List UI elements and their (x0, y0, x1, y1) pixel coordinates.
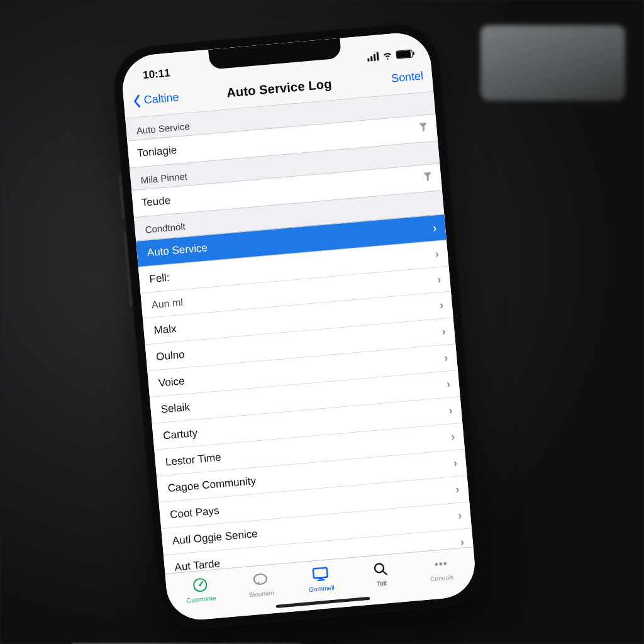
filter-icon (423, 171, 433, 185)
content-scroll[interactable]: Auto Service Tonlagie Mila Pinnet Teude … (125, 92, 473, 574)
list-item-label: Autl Oggie Senice (172, 527, 258, 547)
nav-action-button[interactable]: Sontel (379, 69, 424, 86)
chevron-right-icon: › (446, 377, 451, 391)
chevron-right-icon: › (457, 509, 462, 523)
chevron-right-icon: › (453, 457, 458, 470)
wifi-icon (382, 50, 392, 60)
list-item-label: Fell: (149, 271, 170, 286)
list-item-label: Cartuty (162, 426, 197, 442)
search-icon (371, 560, 390, 579)
list-item-label: Aun ml (151, 296, 183, 310)
chevron-right-icon: › (450, 430, 455, 443)
tab-label: Cuomonte (186, 594, 216, 604)
phone-screen: 10:11 Caltine Auto Service Log Sontel Au… (120, 30, 478, 622)
field-value: Teude (141, 194, 171, 209)
svg-rect-3 (313, 568, 328, 579)
list-item-label: Malx (153, 323, 177, 337)
list-item-label: Coot Pays (169, 504, 219, 521)
svg-rect-4 (319, 577, 323, 580)
list-item-label: Oulno (155, 348, 185, 364)
tab-label: Conools (430, 574, 454, 582)
more-icon (431, 555, 450, 574)
chevron-right-icon: › (455, 483, 460, 496)
service-list: Auto Service›Fell:›Aun ml›Malx›Oulno›Voi… (136, 214, 473, 574)
chevron-right-icon: › (443, 352, 448, 365)
tab-item[interactable]: Gommell (289, 563, 352, 594)
chevron-right-icon: › (441, 325, 447, 338)
monitor-icon (311, 565, 330, 584)
status-indicators (367, 48, 413, 62)
field-value: Tonlagie (136, 144, 177, 160)
list-item-label: Lestor Time (165, 451, 221, 469)
tab-label: Gommell (309, 584, 335, 594)
svg-point-2 (253, 574, 267, 585)
tab-item[interactable]: Slounien (230, 569, 292, 600)
chevron-right-icon: › (448, 404, 453, 417)
battery-icon (396, 49, 413, 58)
chevron-left-icon (132, 94, 142, 108)
tab-label: Slounien (249, 589, 275, 598)
svg-point-8 (439, 562, 442, 565)
list-item-label: Selaik (160, 401, 191, 416)
phone-device: 10:11 Caltine Auto Service Log Sontel Au… (110, 21, 487, 632)
chevron-right-icon: › (435, 247, 440, 260)
filter-icon (418, 121, 428, 135)
cellular-signal-icon (367, 52, 379, 62)
chevron-right-icon: › (436, 273, 441, 286)
chat-icon (251, 570, 270, 589)
chevron-right-icon: › (439, 299, 444, 312)
tab-item[interactable]: Conools (410, 553, 472, 584)
svg-point-7 (435, 563, 438, 566)
back-label: Caltine (143, 91, 180, 107)
list-item-label: Auto Service (147, 242, 208, 259)
gauge-icon (191, 575, 209, 594)
chevron-right-icon: › (432, 221, 437, 235)
list-item-label: Cagoe Community (167, 474, 257, 494)
tab-item[interactable]: Tolt (350, 558, 412, 589)
back-button[interactable]: Caltine (132, 91, 180, 108)
tab-label: Tolt (377, 579, 387, 587)
status-time: 10:11 (142, 67, 170, 82)
list-item-label: Voice (158, 375, 185, 390)
svg-point-9 (443, 562, 447, 565)
tab-item[interactable]: Cuomonte (169, 574, 231, 605)
